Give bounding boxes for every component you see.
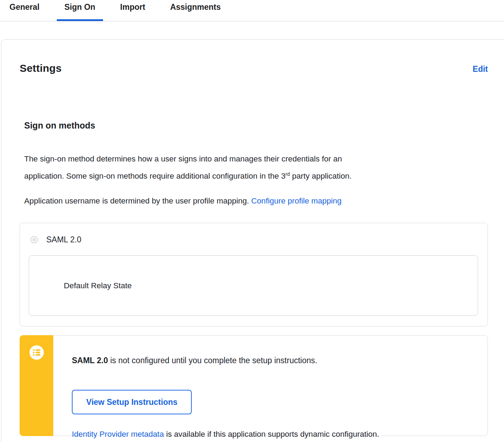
configure-profile-mapping-link[interactable]: Configure profile mapping xyxy=(251,196,342,205)
default-relay-state-label: Default Relay State xyxy=(64,281,132,290)
saml-radio-button[interactable] xyxy=(30,236,38,243)
tab-sign-on[interactable]: Sign On xyxy=(57,0,103,21)
metadata-line-rest: is available if this application support… xyxy=(164,430,379,438)
callout-message-rest: is not configured until you complete the… xyxy=(108,356,317,365)
username-mapping-text: Application username is determined by th… xyxy=(24,196,251,205)
setup-list-icon xyxy=(29,345,44,360)
saml-method-box: SAML 2.0 Default Relay State xyxy=(20,223,488,326)
callout-message: SAML 2.0 is not configured until you com… xyxy=(72,344,488,366)
description-line-2: application. Some sign-on methods requir… xyxy=(24,167,488,185)
metadata-line: Identity Provider metadata is available … xyxy=(72,429,488,440)
ordinal-superscript: rd xyxy=(285,171,290,177)
identity-provider-metadata-link[interactable]: Identity Provider metadata xyxy=(72,430,164,438)
tab-import[interactable]: Import xyxy=(113,0,153,21)
page-title: Settings xyxy=(20,62,62,75)
view-setup-instructions-button[interactable]: View Setup Instructions xyxy=(72,390,192,414)
description-line-1: The sign-on method determines how a user… xyxy=(24,150,488,167)
sign-on-methods-heading: Sign on methods xyxy=(24,120,488,131)
saml-radio-label: SAML 2.0 xyxy=(46,235,81,244)
settings-card-header: Settings Edit xyxy=(20,55,488,82)
settings-card: Settings Edit Sign on methods The sign-o… xyxy=(1,39,504,442)
username-mapping-line: Application username is determined by th… xyxy=(24,192,488,209)
tab-general[interactable]: General xyxy=(2,0,47,21)
edit-link[interactable]: Edit xyxy=(473,64,488,74)
tab-assignments[interactable]: Assignments xyxy=(162,0,228,21)
saml-radio-row: SAML 2.0 xyxy=(20,223,488,244)
app-tab-bar: General Sign On Import Assignments xyxy=(0,0,504,21)
callout-message-bold: SAML 2.0 xyxy=(72,356,108,365)
default-relay-state-field: Default Relay State xyxy=(29,255,478,316)
saml-not-configured-callout: SAML 2.0 is not configured until you com… xyxy=(20,335,488,436)
callout-accent-bar xyxy=(20,335,53,436)
sign-on-methods-description: The sign-on method determines how a user… xyxy=(24,150,488,185)
